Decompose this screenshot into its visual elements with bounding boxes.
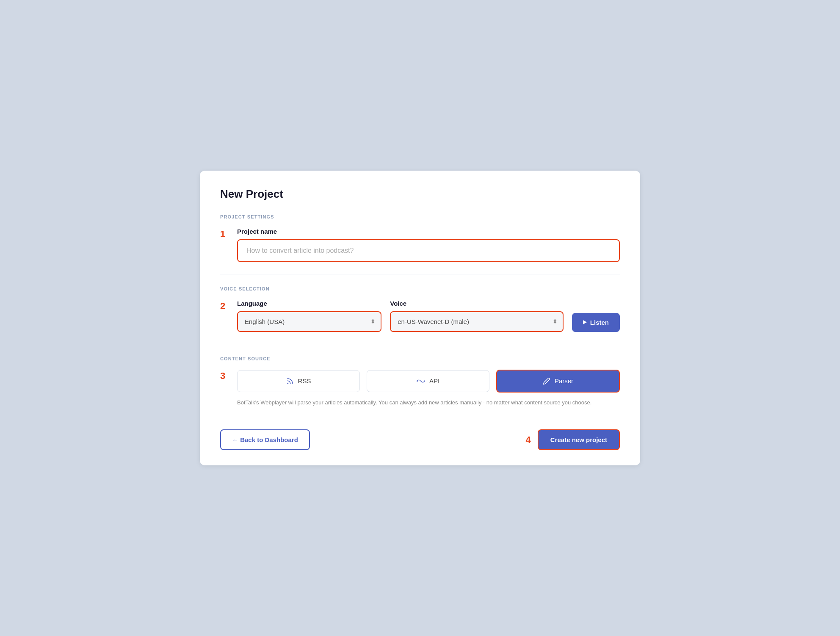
back-to-dashboard-button[interactable]: ← Back to Dashboard [220,429,310,450]
footer-left: ← Back to Dashboard [220,429,310,450]
pencil-icon [543,377,550,385]
step-1-row: 1 Project name [220,228,620,262]
content-source-label: CONTENT SOURCE [220,356,620,361]
language-select[interactable]: English (USA) English (UK) Spanish Frenc… [237,311,381,332]
language-field: Language English (USA) English (UK) Span… [237,300,381,332]
create-button-label: Create new project [550,436,607,443]
source-description: BotTalk's Webplayer will parse your arti… [237,398,620,407]
rss-button[interactable]: RSS [237,370,360,392]
api-button-label: API [429,377,439,384]
rss-button-label: RSS [298,377,311,384]
page-title: New Project [220,188,620,201]
project-settings-label: PROJECT SETTINGS [220,214,620,219]
back-button-label: ← Back to Dashboard [232,436,298,443]
parser-button[interactable]: Parser [496,370,620,393]
step-2-row: 2 Language English (USA) English (UK) Sp… [220,300,620,332]
voice-selection-section: VOICE SELECTION 2 Language English (USA)… [220,286,620,332]
svg-point-2 [424,380,425,382]
step-1-content: Project name [237,228,620,262]
api-icon [417,377,425,385]
step-3-row: 3 RSS [220,370,620,407]
step-4-number: 4 [526,434,531,445]
new-project-card: New Project PROJECT SETTINGS 1 Project n… [200,171,640,466]
voice-label: Voice [390,300,564,307]
project-name-label: Project name [237,228,620,235]
project-settings-section: PROJECT SETTINGS 1 Project name [220,214,620,262]
voice-field: Voice en-US-Wavenet-D (male) en-US-Waven… [390,300,564,332]
voice-select-wrapper: en-US-Wavenet-D (male) en-US-Wavenet-A (… [390,311,564,332]
footer-right: 4 Create new project [526,429,620,450]
voice-selection-label: VOICE SELECTION [220,286,620,291]
language-label: Language [237,300,381,307]
step-2-number: 2 [220,301,230,312]
content-source-buttons-row: RSS API [237,370,620,393]
step-2-content: Language English (USA) English (UK) Span… [237,300,620,332]
divider-2 [220,344,620,344]
voice-controls-row: Language English (USA) English (UK) Span… [237,300,620,332]
step-3-number: 3 [220,371,230,382]
content-source-section: CONTENT SOURCE 3 RSS [220,356,620,407]
create-new-project-button[interactable]: Create new project [538,429,620,450]
api-button[interactable]: API [367,370,489,392]
step-3-content: RSS API [237,370,620,407]
listen-button-label: Listen [590,319,609,326]
voice-select[interactable]: en-US-Wavenet-D (male) en-US-Wavenet-A (… [390,311,564,332]
language-select-wrapper: English (USA) English (UK) Spanish Frenc… [237,311,381,332]
rss-icon [286,377,294,385]
play-icon [583,320,587,324]
project-name-input[interactable] [237,239,620,262]
footer-row: ← Back to Dashboard 4 Create new project [220,419,620,450]
step-1-number: 1 [220,229,230,240]
parser-button-label: Parser [555,377,573,384]
listen-button[interactable]: Listen [572,313,620,332]
svg-point-1 [417,380,418,382]
svg-point-0 [287,383,288,384]
divider-1 [220,274,620,274]
